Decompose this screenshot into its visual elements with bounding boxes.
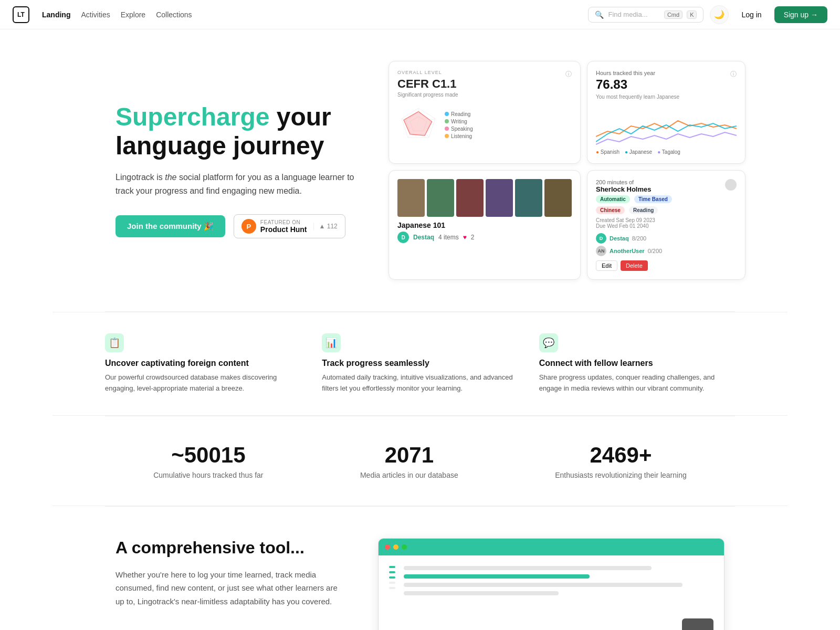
- feature-2-title: Track progress seamlessly: [322, 359, 518, 368]
- feature-3-desc: Share progress updates, conquer reading …: [539, 372, 735, 394]
- list-heart-icon: ♥: [463, 234, 467, 241]
- hero-subtitle: Lingotrack is the social platform for yo…: [116, 171, 368, 197]
- browser-mockup: [378, 538, 724, 630]
- legend-japanese: ● Japanese: [625, 149, 652, 155]
- navbar: LT Landing Activities Explore Collection…: [0, 0, 840, 29]
- feature-1-desc: Our powerful crowdsourced database makes…: [105, 372, 301, 394]
- hours-sub: You most frequently learn Japanese: [596, 94, 679, 100]
- list-username[interactable]: Destaq: [413, 234, 434, 241]
- ph-count: ▲ 112: [313, 223, 338, 230]
- stat-learners-label: Enthusiasts revolutionizing their learni…: [555, 471, 687, 479]
- product-hunt-button[interactable]: P FEATURED ON Product Hunt ▲ 112: [234, 214, 345, 238]
- comprehensive-section: A comprehensive tool... Whether you're h…: [0, 507, 840, 630]
- dark-mode-toggle[interactable]: 🌙: [710, 5, 729, 24]
- list-meta: D Destaq 4 items ♥ 2: [397, 232, 572, 243]
- browser-main: [404, 566, 713, 630]
- browser-dot-green: [402, 544, 407, 550]
- feature-2-desc: Automated daily tracking, intuitive visu…: [322, 372, 518, 394]
- tag-automatic: Automatic: [596, 195, 630, 203]
- stat-media: 2071 Media articles in our database: [360, 443, 458, 479]
- activity-tags: Automatic Time Based: [596, 195, 737, 203]
- nav-right: 🔍 Find media... Cmd K 🌙 Log in Sign up →: [588, 5, 827, 24]
- k-key: K: [687, 10, 697, 19]
- feature-1-icon: 📋: [105, 333, 124, 352]
- search-bar[interactable]: 🔍 Find media... Cmd K: [588, 7, 704, 23]
- stat-learners-number: 2469+: [555, 443, 687, 468]
- user1-progress: 8/200: [632, 235, 647, 242]
- cefr-card: OVERALL LEVEL CEFR C1.1 Significant prog…: [388, 61, 581, 164]
- content-bar-3: [404, 591, 559, 595]
- chart-legend: ● Spanish ● Japanese ● Tagalog: [596, 149, 737, 155]
- join-community-button[interactable]: Join the community 🎉: [116, 215, 225, 237]
- list-hearts-count: 2: [471, 234, 475, 241]
- list-avatar: D: [397, 232, 409, 243]
- stat-media-number: 2071: [360, 443, 458, 468]
- sidebar-line-5: [389, 587, 395, 589]
- hero-left: Supercharge your language journey Lingot…: [116, 102, 368, 239]
- hero-section: Supercharge your language journey Lingot…: [0, 29, 840, 311]
- hours-info-icon: ⓘ: [730, 70, 737, 79]
- legend-speaking: Speaking: [445, 126, 473, 132]
- hero-actions: Join the community 🎉 P FEATURED ON Produ…: [116, 214, 368, 238]
- activity-users: D Destaq 8/200 AN AnotherUser 0/200: [596, 233, 737, 256]
- stats-section: ~50015 Cumulative hours tracked thus far…: [0, 416, 840, 506]
- nav-landing[interactable]: Landing: [42, 10, 70, 19]
- login-button[interactable]: Log in: [735, 7, 768, 22]
- feature-3: 💬 Connect with fellow learners Share pro…: [539, 333, 735, 394]
- sidebar-line-3: [389, 576, 395, 579]
- content-bar-2: [404, 583, 682, 587]
- radar-wrap: Reading Writing Speaking Listening: [397, 104, 572, 146]
- sidebar-line-2: [389, 571, 395, 573]
- content-block: [682, 618, 713, 630]
- comp-title: A comprehensive tool...: [116, 538, 346, 558]
- feature-1: 📋 Uncover captivating foreign content Ou…: [105, 333, 301, 394]
- nav-collections[interactable]: Collections: [156, 10, 192, 19]
- legend-spanish: ● Spanish: [596, 149, 620, 155]
- feature-2: 📊 Track progress seamlessly Automated da…: [322, 333, 518, 394]
- cefr-level: CEFR C1.1: [397, 77, 458, 91]
- legend-tagalog: ● Tagalog: [657, 149, 680, 155]
- nav-explore[interactable]: Explore: [121, 10, 145, 19]
- hero-title: Supercharge your language journey: [116, 102, 368, 160]
- list-images: [397, 179, 572, 217]
- nav-activities[interactable]: Activities: [81, 10, 110, 19]
- content-bar-green: [404, 574, 590, 579]
- feature-3-title: Connect with fellow learners: [539, 359, 735, 368]
- logo[interactable]: LT: [13, 6, 29, 23]
- user1-name[interactable]: Destaq: [610, 235, 629, 242]
- ph-text: FEATURED ON Product Hunt: [260, 219, 307, 234]
- browser-dot-red: [385, 544, 390, 550]
- list-card: Japanese 101 D Destaq 4 items ♥ 2: [388, 170, 581, 280]
- feature-1-title: Uncover captivating foreign content: [105, 359, 301, 368]
- comp-left: A comprehensive tool... Whether you're h…: [116, 538, 346, 608]
- legend-reading: Reading: [445, 111, 473, 117]
- activity-buttons: Edit Delete: [596, 260, 737, 271]
- stat-hours-number: ~50015: [153, 443, 263, 468]
- activity-dates: Created Sat Sep 09 2023 Due Wed Feb 01 2…: [596, 217, 737, 229]
- edit-button[interactable]: Edit: [596, 260, 617, 271]
- legend-writing: Writing: [445, 119, 473, 124]
- content-bar-1: [404, 566, 652, 570]
- user2-progress: 0/200: [648, 248, 663, 254]
- radar-legend: Reading Writing Speaking Listening: [445, 111, 473, 139]
- ph-featured-label: FEATURED ON: [260, 219, 307, 225]
- legend-listening: Listening: [445, 133, 473, 139]
- cefr-sub: Significant progress made: [397, 92, 458, 98]
- features-section: 📋 Uncover captivating foreign content Ou…: [0, 312, 840, 416]
- browser-dot-yellow: [393, 544, 398, 550]
- radar-chart: [397, 104, 439, 146]
- user2-name[interactable]: AnotherUser: [610, 248, 645, 254]
- hero-title-highlight: Supercharge: [116, 103, 269, 131]
- feature-3-icon: 💬: [539, 333, 558, 352]
- activity-title: Sherlock Holmes: [596, 185, 652, 193]
- hero-right: OVERALL LEVEL CEFR C1.1 Significant prog…: [388, 61, 746, 280]
- signup-button[interactable]: Sign up →: [774, 6, 827, 23]
- logo-icon: LT: [13, 6, 29, 23]
- book-cover-4: [486, 179, 513, 217]
- book-cover-1: [397, 179, 425, 217]
- svg-marker-3: [404, 111, 432, 135]
- stat-hours: ~50015 Cumulative hours tracked thus far: [153, 443, 263, 479]
- hours-card: Hours tracked this year 76.83 You most f…: [587, 61, 746, 164]
- activity-user-icon: [725, 179, 737, 191]
- delete-button[interactable]: Delete: [621, 260, 648, 271]
